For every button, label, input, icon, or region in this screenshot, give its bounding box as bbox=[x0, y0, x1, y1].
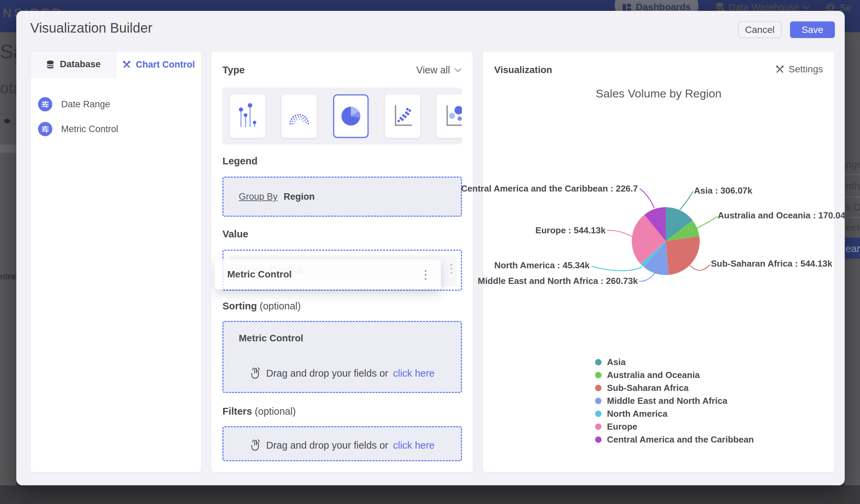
legend-label: Middle East and North Africa bbox=[607, 396, 727, 406]
pie-label: Middle East and North Africa : 260.73k bbox=[477, 276, 638, 286]
type-heading: Type bbox=[223, 64, 245, 76]
background-footer-fragment: ntral bbox=[0, 272, 16, 281]
dropdown-item-fragment: eek bbox=[846, 222, 860, 233]
value-heading: Value bbox=[223, 229, 248, 240]
legend-swatch bbox=[595, 436, 602, 443]
background-divider-band bbox=[0, 145, 16, 153]
background-subheading-fragment: ota bbox=[0, 79, 16, 97]
sidebar-item-metric-control[interactable]: Metric Control bbox=[38, 122, 118, 136]
pie-label: Sub-Saharan Africa : 544.13k bbox=[711, 258, 832, 269]
dropdown-item-fragment: nth bbox=[846, 180, 860, 192]
drop-hint-text: Drag and drop your fields or bbox=[266, 368, 388, 379]
lollipop-chart-icon bbox=[237, 102, 258, 130]
callout-line bbox=[639, 273, 655, 281]
tools-icon bbox=[122, 60, 131, 69]
pie-label: North America : 45.34k bbox=[494, 260, 590, 271]
tap-hand-icon bbox=[250, 439, 261, 452]
drop-hint-text: Drag and drop your fields or bbox=[266, 440, 388, 451]
dropdown-item-selected-label: ear bbox=[845, 243, 860, 254]
group-by-value: Region bbox=[284, 191, 315, 202]
chart-type-bubble[interactable] bbox=[436, 95, 462, 138]
pie-slice-2[interactable] bbox=[666, 236, 700, 275]
cancel-button[interactable]: Cancel bbox=[738, 21, 782, 38]
chart-type-scatter[interactable] bbox=[385, 95, 420, 138]
legend-swatch bbox=[595, 359, 602, 365]
value-field-label: Metric Control bbox=[227, 269, 292, 280]
tab-database[interactable]: Database bbox=[31, 52, 116, 77]
pie-label: Asia : 306.07k bbox=[694, 185, 752, 196]
sidebar-item-label: Metric Control bbox=[61, 124, 118, 134]
legend-item[interactable]: Central America and the Caribbean bbox=[595, 435, 754, 444]
callout-line bbox=[592, 266, 642, 271]
background-page-left: Sal ota ntral bbox=[0, 32, 16, 485]
callout-line bbox=[679, 191, 693, 211]
click-here-link[interactable]: click here bbox=[393, 368, 435, 379]
group-by-dropzone[interactable]: Group By Region bbox=[223, 177, 462, 217]
chart-config-panel: Type View all bbox=[211, 52, 473, 472]
tab-chart-control[interactable]: Chart Control bbox=[116, 52, 201, 77]
visualization-heading: Visualization bbox=[494, 64, 552, 75]
legend-label: Asia bbox=[607, 357, 626, 368]
chart-title: Sales Volume by Region bbox=[483, 87, 834, 100]
divider bbox=[845, 174, 860, 175]
pie-slices bbox=[632, 207, 700, 275]
legend-label: Europe bbox=[607, 421, 637, 432]
pie-label: Europe : 544.13k bbox=[535, 225, 606, 236]
tab-chart-control-label: Chart Control bbox=[136, 59, 195, 70]
kebab-menu-icon[interactable]: ⋮ bbox=[420, 268, 431, 281]
legend-item[interactable]: North America bbox=[595, 409, 754, 418]
screen: NSIDER Dashboards Data Warehouse bbox=[0, 0, 860, 504]
click-here-link[interactable]: click here bbox=[393, 440, 435, 451]
save-button[interactable]: Save bbox=[790, 21, 835, 38]
background-bullet bbox=[4, 119, 10, 123]
legend-item[interactable]: Asia bbox=[595, 358, 754, 366]
pie-slice-5[interactable] bbox=[632, 215, 666, 264]
database-icon bbox=[45, 59, 55, 70]
pie-slice-0[interactable] bbox=[666, 207, 692, 241]
chart-type-pie[interactable] bbox=[333, 95, 369, 138]
sidebar-tabs: Database Chart Control bbox=[31, 52, 201, 77]
legend-item[interactable]: Europe bbox=[595, 422, 754, 431]
sliders-icon bbox=[38, 97, 52, 111]
tools-icon bbox=[775, 64, 785, 74]
sorting-field-label: Metric Control bbox=[239, 333, 303, 344]
view-all-label: View all bbox=[416, 64, 450, 76]
legend-item[interactable]: Australia and Oceania bbox=[595, 371, 754, 379]
legend-heading: Legend bbox=[223, 156, 257, 167]
legend-label: Sub-Saharan Africa bbox=[607, 383, 688, 393]
modal-title: Visualization Builder bbox=[30, 20, 152, 36]
chart-type-arc[interactable] bbox=[282, 95, 317, 138]
pie-slice-6[interactable] bbox=[644, 207, 666, 241]
arc-dot-chart-icon bbox=[289, 102, 310, 130]
sorting-dropzone[interactable]: Metric Control Drag and drop your fields… bbox=[223, 321, 462, 393]
sidebar-item-label: Date Range bbox=[61, 99, 110, 110]
chart-settings-button[interactable]: Settings bbox=[775, 64, 823, 75]
value-field-card-dragging[interactable]: Metric Control ⋮ bbox=[215, 259, 441, 289]
pie-label: Central America and the Caribbean : 226.… bbox=[461, 183, 638, 194]
legend-item[interactable]: Middle East and North Africa bbox=[595, 397, 754, 405]
legend-swatch bbox=[595, 423, 602, 430]
legend-label: Central America and the Caribbean bbox=[607, 434, 754, 445]
chart-type-lollipop[interactable] bbox=[230, 95, 265, 138]
sidebar-item-date-range[interactable]: Date Range bbox=[38, 97, 110, 111]
chart-type-selector bbox=[223, 88, 462, 144]
background-dropdown: nge nth k D eek ear bbox=[845, 32, 860, 485]
filters-dropzone[interactable]: Drag and drop your fields or click here bbox=[223, 426, 462, 461]
pie-slice-3[interactable] bbox=[644, 241, 669, 275]
view-all-button[interactable]: View all bbox=[416, 64, 462, 76]
kebab-menu-icon[interactable]: ⋮ bbox=[446, 261, 457, 275]
fields-sidebar: Database Chart Control bbox=[31, 52, 201, 472]
legend-label: Australia and Oceania bbox=[607, 370, 700, 380]
pie-slice-1[interactable] bbox=[666, 220, 699, 241]
legend-swatch bbox=[595, 411, 602, 417]
legend-item[interactable]: Sub-Saharan Africa bbox=[595, 384, 754, 392]
dropdown-item-fragment: nge bbox=[846, 159, 860, 170]
callout-line bbox=[690, 265, 710, 270]
legend-swatch bbox=[595, 398, 602, 404]
visualization-builder-modal: Visualization Builder Cancel Save Databa… bbox=[16, 11, 845, 485]
bubble-chart-icon bbox=[444, 102, 462, 130]
callout-line bbox=[697, 217, 717, 228]
tap-hand-icon bbox=[250, 367, 261, 380]
chevron-down-icon bbox=[454, 68, 462, 73]
pie-slice-4[interactable] bbox=[641, 241, 666, 267]
